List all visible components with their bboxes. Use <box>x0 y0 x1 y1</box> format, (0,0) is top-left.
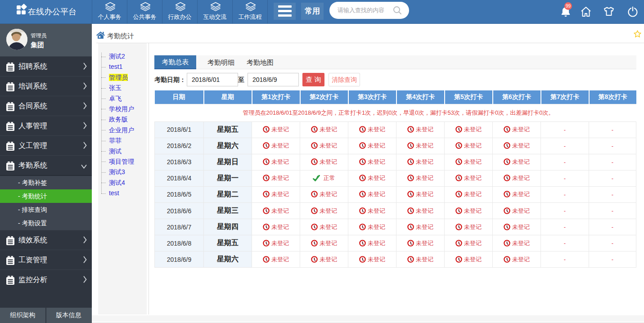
svg-text:99: 99 <box>566 4 571 9</box>
